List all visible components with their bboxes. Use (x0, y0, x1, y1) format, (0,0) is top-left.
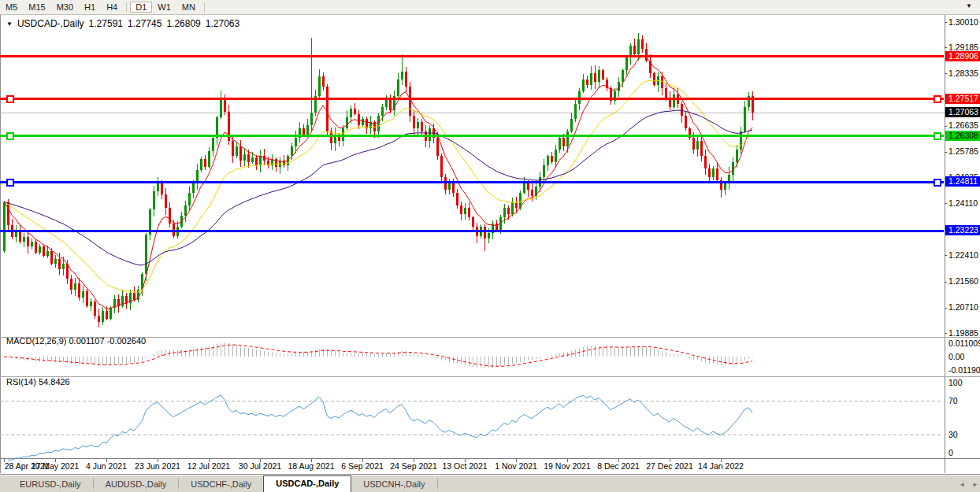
toolbar-separator (126, 2, 127, 13)
line-anchor-handle[interactable] (934, 133, 941, 139)
macd-indicator-label: MACD(12,26,9) 0.001107 -0.002640 (6, 336, 146, 346)
candle-body (326, 87, 329, 131)
candle-body (310, 113, 313, 125)
candle-body (82, 291, 84, 298)
tab-usdcnh[interactable]: USDCNH-,Daily (351, 476, 436, 492)
tab-scroll-right-icon[interactable]: ▸ (973, 480, 977, 488)
candle-body (322, 76, 325, 87)
quote-open: 1.27591 (89, 18, 123, 29)
macd-signal-value: -0.002640 (107, 336, 147, 346)
candle-body (192, 183, 195, 193)
candle-body (362, 119, 364, 125)
candle-body (106, 311, 108, 319)
candle-body (188, 193, 191, 205)
candle-body (129, 293, 132, 304)
macd-axis-label: 0.00 (948, 352, 964, 362)
candle-body (574, 104, 577, 120)
timeframe-button-mn[interactable]: MN (176, 2, 201, 13)
tab-usdchf[interactable]: USDCHF-,Daily (179, 476, 263, 492)
candle-body (46, 251, 49, 256)
candle-body (121, 296, 124, 307)
candle-body (456, 193, 458, 205)
candle-body (417, 122, 419, 128)
candle-body (696, 141, 699, 150)
candle-body (31, 242, 33, 246)
candle-body (523, 183, 525, 193)
candle-body (700, 141, 703, 157)
candle-body (58, 259, 61, 270)
rsi-axis-label: 30 (948, 430, 958, 440)
candle-body (397, 80, 399, 96)
rsi-axis-label: 70 (948, 396, 958, 406)
x-axis-label: 14 Jan 2022 (698, 461, 744, 471)
toolbar-overflow-icon[interactable]: ▼ (966, 2, 972, 9)
candle-body (582, 80, 585, 92)
quote-high: 1.27745 (128, 18, 161, 29)
collapse-arrow-icon[interactable]: ▼ (6, 20, 13, 28)
tab-scroll-left-icon[interactable]: ◂ (960, 480, 964, 488)
timeframe-button-h1[interactable]: H1 (79, 2, 101, 13)
candle-body (401, 72, 403, 80)
candle-body (653, 73, 655, 86)
price-axis-label: 1.22410 (948, 250, 978, 261)
candle-body (555, 150, 557, 162)
line-anchor-handle[interactable] (7, 179, 13, 186)
price-level-badge: 1.24811 (945, 176, 980, 187)
candle-body (452, 183, 455, 193)
x-axis-label: 8 Dec 2021 (597, 461, 640, 471)
tab-usdcad-active[interactable]: USDCAD-,Daily (263, 475, 351, 492)
x-axis-label: 1 Nov 2021 (495, 461, 537, 471)
candle-body (413, 116, 415, 128)
candle-body (409, 87, 411, 116)
tab-audusd[interactable]: AUDUSD-,Daily (94, 476, 179, 492)
timeframe-button-h4[interactable]: H4 (101, 2, 123, 13)
candle-body (200, 159, 202, 170)
x-axis-label: 4 Jun 2021 (86, 461, 127, 471)
candle-body (496, 224, 498, 230)
candle-body (255, 157, 258, 165)
line-anchor-handle[interactable] (7, 96, 13, 102)
price-axis-label: 1.26635 (948, 120, 978, 131)
candle-body (74, 283, 76, 290)
timeframe-button-m15[interactable]: M15 (23, 2, 50, 13)
candle-body (358, 114, 360, 125)
candle-body (259, 156, 262, 165)
candle-body (239, 146, 242, 161)
candle-body (303, 128, 305, 135)
candle-body (102, 311, 104, 322)
candle-body (633, 46, 636, 55)
timeframe-button-m5[interactable]: M5 (0, 2, 23, 13)
candle-body (704, 156, 707, 168)
tab-eurusd[interactable]: EURUSD-,Daily (8, 476, 93, 492)
candle-body (350, 109, 352, 118)
price-level-badge: 1.27517 (945, 94, 980, 104)
line-anchor-handle[interactable] (934, 179, 941, 186)
timeframe-button-d1[interactable]: D1 (130, 2, 152, 13)
macd-main-value: 0.001107 (69, 336, 104, 346)
timeframe-button-m30[interactable]: M30 (51, 2, 79, 13)
candle-body (673, 94, 675, 107)
candle-body (665, 88, 667, 98)
price-level-badge: 1.28906 (945, 51, 980, 61)
candle-body (740, 131, 742, 150)
candle-body (527, 183, 529, 190)
candle-body (306, 125, 309, 135)
line-anchor-handle[interactable] (7, 133, 13, 139)
candle-body (692, 138, 695, 150)
line-anchor-handle[interactable] (934, 96, 941, 102)
candle-body (169, 208, 171, 224)
candle-body (90, 301, 92, 306)
candle-body (19, 231, 21, 242)
candle-body (27, 237, 29, 246)
candle-body (708, 168, 711, 178)
candle-body (247, 154, 250, 162)
rsi-name: RSI(14) (6, 377, 36, 387)
candle-body (448, 183, 451, 190)
timeframe-button-w1[interactable]: W1 (152, 2, 176, 13)
toolbar-separator (204, 2, 205, 13)
x-axis-label: 27 Dec 2021 (646, 461, 693, 471)
candle-body (444, 177, 447, 190)
candle-body (295, 138, 297, 147)
x-axis-label: 18 Aug 2021 (288, 461, 335, 471)
candle-body (98, 316, 100, 322)
